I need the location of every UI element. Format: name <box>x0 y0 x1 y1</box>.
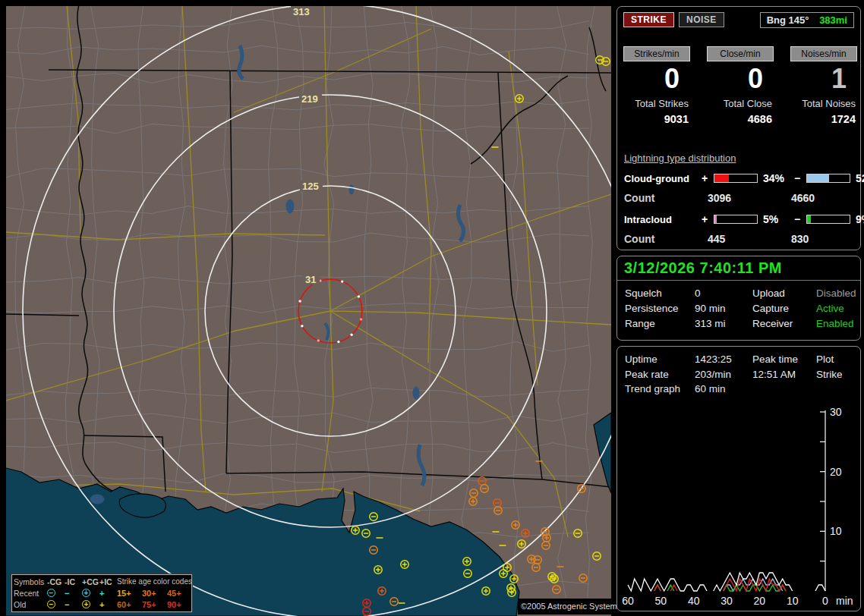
capture-label: Capture <box>752 303 816 314</box>
persistence-dot <box>298 300 301 302</box>
persistence-dot <box>337 341 339 343</box>
cg-plus-sign: + <box>702 172 714 184</box>
receiver-status: Enabled <box>816 318 856 329</box>
trend-series-Total <box>628 573 825 591</box>
ic-positive-pct: 5% <box>759 213 794 225</box>
upload-label: Upload <box>752 288 816 299</box>
legend-old-label: Old <box>14 600 47 609</box>
ic-plus-sign: + <box>702 213 714 225</box>
cloud-ground-count-row: Count 3096 4660 <box>624 192 856 204</box>
strikes-per-min-chip[interactable]: Strikes/min <box>623 46 690 61</box>
strike-mode-button[interactable]: STRIKE <box>623 12 674 27</box>
cg-count-label: Count <box>624 192 708 204</box>
ic-count-label: Count <box>624 233 708 245</box>
recent-ic-pos-icon: + <box>99 589 117 598</box>
ring-label: 313 <box>293 6 310 17</box>
persistence-dot <box>358 295 360 297</box>
trend-y-label: 10 <box>830 525 842 537</box>
trend-x-label: 0 <box>822 595 828 607</box>
upload-status: Disabled <box>816 288 856 299</box>
cg-negative-pct: 52% <box>852 172 864 184</box>
plot-value: Strike <box>816 369 853 380</box>
cloud-ground-label: Cloud-ground <box>624 173 702 184</box>
trend-y-label: 30 <box>830 406 842 418</box>
cloud-ground-row: Cloud-ground + 34% − 52% <box>624 172 856 184</box>
status-grid: Squelch 0 Upload Disabled Persistence 90… <box>617 281 860 336</box>
uptime-value: 1423:25 <box>695 354 752 365</box>
noises-per-min-value: 1 <box>790 63 857 95</box>
cg-negative-count: 4660 <box>791 192 856 204</box>
recent-cg-pos-icon: + <box>82 589 90 597</box>
lightning-map[interactable]: 31321912531 Symbols -CG -IC +CG +IC Stri… <box>6 6 611 616</box>
intracloud-label: Intracloud <box>624 214 702 225</box>
receiver-label: Receiver <box>752 318 816 329</box>
trend-x-label: 50 <box>655 595 667 607</box>
cg-minus-sign: − <box>794 172 806 184</box>
ic-negative-pct: 9% <box>852 213 864 225</box>
noises-per-min-chip[interactable]: Noises/min <box>790 46 857 61</box>
strikes-stat-column: Strikes/min 0 Total Strikes 9031 <box>623 46 690 125</box>
persistence-dot <box>301 325 303 327</box>
noise-mode-button[interactable]: NOISE <box>679 12 724 27</box>
ring-label: 219 <box>301 93 318 105</box>
age-15: 15+ <box>117 589 142 598</box>
intracloud-count-row: Count 445 830 <box>624 233 856 245</box>
legend-col-pos-cg: +CG <box>82 577 99 586</box>
persistence-value: 90 min <box>695 303 752 314</box>
capture-status: Active <box>816 303 856 314</box>
total-noises-label: Total Noises <box>790 98 857 109</box>
total-strikes-label: Total Strikes <box>623 98 690 109</box>
ic-positive-bar <box>714 215 758 224</box>
intracloud-row: Intracloud + 5% − 9% <box>624 213 856 225</box>
trend-y-label: 20 <box>830 466 842 478</box>
legend-col-neg-ic: -IC <box>65 577 82 586</box>
age-45: 45+ <box>167 589 191 598</box>
persistence-dot <box>317 339 320 341</box>
trend-graph-row: Trend graph 60 min <box>617 382 860 396</box>
persistence-dot <box>341 280 343 282</box>
old-cg-pos-icon: + <box>82 600 90 608</box>
trend-x-label: 10 <box>787 595 799 607</box>
statistics-panel: STRIKENOISE Bng 145° 383mi Strikes/min 0… <box>616 6 861 250</box>
close-per-min-chip[interactable]: Close/min <box>707 46 774 61</box>
peak-rate-value: 203/min <box>695 369 752 380</box>
trend-x-label: 20 <box>754 595 766 607</box>
peak-rate-label: Peak rate <box>625 369 695 380</box>
age-75: 75+ <box>142 600 167 609</box>
cg-positive-bar <box>714 174 758 183</box>
ic-negative-bar <box>806 215 850 224</box>
ic-minus-sign: − <box>794 213 806 225</box>
cg-positive-count: 3096 <box>708 192 791 204</box>
datetime-display: 3/12/2026 7:40:11 PM <box>617 256 860 281</box>
total-noises-value: 1724 <box>790 113 857 125</box>
bearing-value: Bng 145° <box>767 14 809 26</box>
trend-graph: 3020106050403020100min <box>619 406 859 608</box>
old-ic-neg-icon: − <box>65 600 82 609</box>
plot-label: Plot <box>816 354 853 365</box>
strikes-per-min-value: 0 <box>623 63 690 95</box>
range-value: 313 mi <box>695 318 752 329</box>
status-panel: 3/12/2026 7:40:11 PM Squelch 0 Upload Di… <box>616 256 861 341</box>
distribution-title: Lightning type distribution <box>624 152 736 164</box>
cg-negative-bar <box>806 174 850 183</box>
legend-age-header: Strike age color codes <box>117 577 191 586</box>
persistence-dot <box>360 318 362 320</box>
ring-label: 125 <box>302 181 319 192</box>
noises-stat-column: Noises/min 1 Total Noises 1724 <box>790 46 857 125</box>
squelch-label: Squelch <box>625 288 695 299</box>
map-canvas: 31321912531 <box>6 6 611 616</box>
peak-time-value: 12:51 AM <box>752 369 816 380</box>
close-per-min-value: 0 <box>707 63 774 95</box>
legend-symbols-header: Symbols <box>14 577 47 586</box>
close-stat-column: Close/min 0 Total Close 4686 <box>707 46 774 125</box>
uptime-label: Uptime <box>625 354 695 365</box>
recent-ic-neg-icon: − <box>65 589 82 598</box>
trend-graph-label: Trend graph <box>625 383 695 394</box>
total-close-label: Total Close <box>707 98 774 109</box>
old-ic-pos-icon: + <box>99 600 117 609</box>
age-60: 60+ <box>117 600 142 609</box>
trend-panel: Uptime 1423:25 Peak time Plot Peak rate … <box>616 346 861 611</box>
old-cg-neg-icon: − <box>47 600 55 608</box>
trend-x-label: 40 <box>688 595 700 607</box>
peak-time-label: Peak time <box>752 354 816 365</box>
